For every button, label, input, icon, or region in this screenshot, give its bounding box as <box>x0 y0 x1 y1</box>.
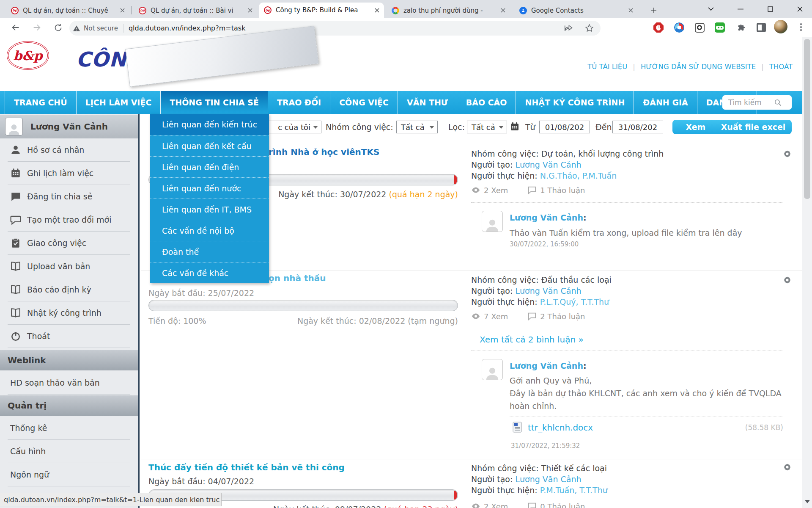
task2-title[interactable]: ọn nhà thầu <box>269 273 326 283</box>
dropdown-item-khac[interactable]: Các vấn đề khác <box>150 262 269 283</box>
search-input[interactable] <box>727 98 774 107</box>
window-maximize-button[interactable] <box>764 3 776 14</box>
export-excel-button[interactable]: Xuất file excel <box>715 120 792 134</box>
tab-search-chevron-icon[interactable] <box>705 3 717 14</box>
profile-avatar[interactable] <box>774 20 787 33</box>
dropdown-item-noi-bo[interactable]: Các vấn đề nội bộ <box>150 220 269 241</box>
screen-recorder-extension-icon[interactable] <box>694 22 705 33</box>
bookmark-star-icon[interactable] <box>585 24 594 33</box>
window-minimize-button[interactable] <box>734 3 747 14</box>
forward-button[interactable] <box>30 21 43 34</box>
sidebar-item-ngon-ngu[interactable]: Ngôn ngữ <box>0 463 138 486</box>
browser-tab-5[interactable]: Google Contacts <box>514 3 638 18</box>
tab-close-icon[interactable] <box>246 7 254 14</box>
dropdown-item-dien[interactable]: Liên quan đến điện <box>150 156 269 177</box>
dropdown-item-doan-the[interactable]: Đoàn thể <box>150 241 269 262</box>
nav-danh-gia[interactable]: ĐÁNH GIÁ <box>634 91 697 114</box>
sidebar-item-dang-tin[interactable]: Đăng tin chia sẻ <box>0 185 138 208</box>
nav-nhat-ky-cong-trinh[interactable]: NHẬT KÝ CÔNG TRÌNH <box>516 91 634 114</box>
scrollbar-thumb[interactable] <box>804 39 810 199</box>
sidebar-section-quan-tri: Quản trị <box>0 395 138 416</box>
task1-title[interactable]: rình Nhà ở học viênTKS <box>269 147 379 157</box>
header-link-tu-tai-lieu[interactable]: TỦ TÀI LIỆU <box>587 63 627 71</box>
dropdown-item-nuoc[interactable]: Liên quan đến nước <box>150 177 269 199</box>
task2-creator-link[interactable]: Lương Văn Cảnh <box>513 286 581 295</box>
not-secure-warning-icon[interactable] <box>73 25 80 32</box>
chrome-menu-dots-icon[interactable] <box>796 22 806 32</box>
task1-discussions[interactable]: 1 Thảo luận <box>540 186 585 195</box>
task3-assignee-links[interactable]: P.M.Tuấn, T.T.Thư <box>538 486 608 495</box>
loc-filter-select[interactable]: Tất cả <box>467 121 507 133</box>
roboform-extension-icon[interactable] <box>715 22 725 33</box>
from-date-input[interactable]: 01/08/202 <box>539 121 590 133</box>
browser-tab-2[interactable]: bp QL dự án, dự toán :: Bài vi <box>134 3 257 18</box>
extensions-puzzle-icon[interactable] <box>736 22 746 33</box>
sidebar-item-label: Ngôn ngữ <box>10 470 49 479</box>
dropdown-item-it-bms[interactable]: Liên quan đến IT, BMS <box>150 199 269 220</box>
task2-discussions[interactable]: 2 Thảo luận <box>540 312 585 321</box>
header-link-thoat[interactable]: THOÁT <box>769 63 793 71</box>
sidebar-item-thong-ke[interactable]: Thống kê <box>0 417 138 440</box>
search-icon[interactable] <box>774 99 782 107</box>
share-icon[interactable] <box>564 24 573 33</box>
tab-close-icon[interactable] <box>118 7 126 14</box>
nav-bao-cao[interactable]: BÁO CÁO <box>457 91 516 114</box>
nav-cong-viec[interactable]: CÔNG VIỆC <box>330 91 398 114</box>
scrollbar-down-arrow-icon[interactable] <box>805 500 810 503</box>
tab-close-icon[interactable] <box>373 6 381 14</box>
task1-assignee-links[interactable]: N.G.Thảo, P.M.Tuấn <box>538 171 617 180</box>
task3-title[interactable]: Thúc đẩy tiến độ thiết kế bản vẽ thi côn… <box>148 462 345 472</box>
task1-gear-icon[interactable] <box>782 148 793 160</box>
tab-close-icon[interactable] <box>627 7 634 14</box>
reload-button[interactable] <box>52 21 64 34</box>
task3-creator-link[interactable]: Lương Văn Cảnh <box>513 475 581 484</box>
nav-van-thu[interactable]: VĂN THƯ <box>398 91 457 114</box>
sidebar-item-upload-van-ban[interactable]: Upload văn bản <box>0 255 138 278</box>
site-search[interactable] <box>722 95 792 110</box>
sidebar-item-ghi-lich[interactable]: Ghi lịch làm việc <box>0 162 138 185</box>
browser-tab-3-active[interactable]: bp Công ty B&P: Build & Plea <box>259 3 384 18</box>
task2-view-all-comments-link[interactable]: Xem tất cả 2 bình luận » <box>480 334 584 345</box>
url-text[interactable]: qlda.dutoan.vn/index.php?m=task <box>129 24 246 32</box>
sidebar-item-ho-so[interactable]: Hồ sơ cá nhân <box>0 138 138 162</box>
dotted-separator <box>510 417 783 417</box>
task1-comment-author[interactable]: Lương Văn Cảnh: <box>510 213 587 222</box>
security-label[interactable]: Not secure <box>84 25 118 32</box>
task3-discussions[interactable]: 0 Thảo luận <box>540 502 585 508</box>
colorzilla-extension-icon[interactable] <box>674 22 684 33</box>
sidebar-item-bao-cao-dinh-ky[interactable]: Báo cáo định kỳ <box>0 278 138 301</box>
task1-creator-link[interactable]: Lương Văn Cảnh <box>513 160 581 169</box>
address-bar[interactable]: Not secure qlda.dutoan.vn/index.php?m=ta… <box>69 21 601 36</box>
task2-comment-author[interactable]: Lương Văn Cảnh: <box>510 361 587 370</box>
dropdown-item-kien-truc[interactable]: Liên quan đến kiến trúc <box>150 114 269 135</box>
browser-tab-4[interactable]: zalo thu phí người dùng - <box>387 3 510 18</box>
nav-trao-doi[interactable]: TRAO ĐỔI <box>268 91 330 114</box>
tab-close-icon[interactable] <box>499 7 507 14</box>
nav-trang-chu[interactable]: TRANG CHỦ <box>5 91 77 114</box>
sidebar-item-thoat[interactable]: Thoát <box>0 325 138 348</box>
view-button[interactable]: Xem <box>672 120 719 134</box>
header-link-huong-dan[interactable]: HƯỚNG DẪN SỬ DỤNG WEBSITE <box>641 63 756 71</box>
to-date-input[interactable]: 31/08/202 <box>612 121 663 133</box>
sidebar-item-giao-cong-viec[interactable]: Giao công việc <box>0 232 138 255</box>
task2-assignee-links[interactable]: P.L.T.Quý, T.T.Thư <box>538 297 609 306</box>
new-tab-button[interactable] <box>648 4 660 16</box>
group-filter-select[interactable]: Tất cả <box>396 121 438 133</box>
task2-attachment-link[interactable]: ttr_khlcnh.docx <box>528 422 593 433</box>
task2-gear-icon[interactable] <box>782 274 793 286</box>
dropdown-item-ket-cau[interactable]: Liên quan đến kết cấu <box>150 135 269 156</box>
adblock-extension-icon[interactable] <box>653 22 664 33</box>
nav-thong-tin-chia-se[interactable]: THÔNG TIN CHIA SẺ <box>161 91 268 114</box>
browser-tab-1[interactable]: bp QL dự án, dự toán :: Chuyê <box>6 3 129 18</box>
task3-gear-icon[interactable] <box>782 461 793 473</box>
nav-lich-lam-viec[interactable]: LỊCH LÀM VIỆC <box>77 91 161 114</box>
sidebar-extension-icon[interactable] <box>756 22 766 33</box>
tab-title: QL dự án, dự toán :: Chuyê <box>23 7 118 14</box>
sidebar-item-trao-doi-moi[interactable]: Tạo một trao đổi mới <box>0 208 138 232</box>
sidebar-item-label: Ghi lịch làm việc <box>27 168 93 178</box>
back-button[interactable] <box>9 21 22 34</box>
sidebar-item-nhat-ky[interactable]: Nhật ký công trình <box>0 301 138 325</box>
window-close-button[interactable] <box>793 3 806 14</box>
sidebar-item-cau-hinh[interactable]: Cấu hình <box>0 440 138 463</box>
sidebar-item-hd-soan-thao[interactable]: HD soạn thảo văn bản <box>0 371 138 395</box>
